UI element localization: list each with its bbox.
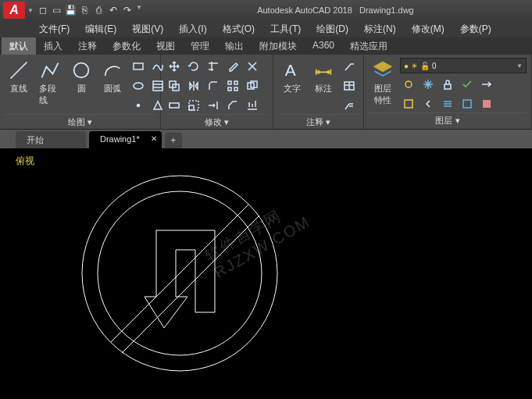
move-icon[interactable] [166, 58, 183, 75]
ribbon-tab-default[interactable]: 默认 [2, 37, 36, 55]
titlebar: A ▼ ◻ ▭ 💾 ⎘ ⎙ ↶ ↷ ▼ Autodesk AutoCAD 201… [0, 0, 532, 20]
rectangle-icon[interactable] [130, 58, 147, 75]
circle-button[interactable]: 圆 [67, 58, 95, 114]
menu-draw[interactable]: 绘图(D) [310, 20, 355, 37]
ribbon-tab-insert[interactable]: 插入 [36, 37, 70, 55]
layer-color-icon[interactable] [478, 95, 495, 112]
trim-icon[interactable] [205, 58, 222, 75]
new-tab-button[interactable]: + [165, 133, 182, 148]
menu-tools[interactable]: 工具(T) [264, 20, 307, 37]
layer-lock-icon[interactable] [439, 76, 456, 93]
align-icon[interactable] [244, 97, 261, 114]
layer-off-icon[interactable] [400, 76, 417, 93]
scale-icon[interactable] [185, 97, 202, 114]
drawing-content [70, 164, 289, 383]
ribbon-tab-manage[interactable]: 管理 [183, 37, 217, 55]
table-icon[interactable] [341, 77, 358, 94]
extend-icon[interactable] [205, 97, 222, 114]
open-icon[interactable]: ▭ [51, 4, 63, 16]
arc-button[interactable]: 圆弧 [98, 58, 127, 114]
menu-param[interactable]: 参数(P) [454, 20, 498, 37]
panel-annotate-title[interactable]: 注释 ▾ [278, 114, 359, 130]
chamfer-icon[interactable] [224, 97, 241, 114]
layer-iso-icon[interactable] [400, 95, 417, 112]
explode-icon[interactable] [244, 58, 261, 75]
panel-draw-title[interactable]: 绘图 ▾ [5, 114, 155, 130]
new-icon[interactable]: ◻ [37, 4, 49, 16]
modify-tools [166, 58, 261, 114]
text-icon: A [281, 59, 303, 81]
stretch-icon[interactable] [166, 97, 183, 114]
saveas-icon[interactable]: ⎘ [79, 4, 91, 16]
svg-rect-26 [405, 100, 412, 108]
offset-icon[interactable] [244, 77, 261, 94]
polyline-button[interactable]: 多段线 [36, 58, 64, 114]
line-button[interactable]: 直线 [5, 58, 33, 114]
close-icon[interactable]: ✕ [151, 134, 157, 143]
fillet-icon[interactable] [205, 77, 222, 94]
redo-icon[interactable]: ↷ [121, 4, 134, 16]
ribbon-tab-parametric[interactable]: 参数化 [105, 37, 148, 55]
rotate-icon[interactable] [185, 58, 202, 75]
layer-make-current-icon[interactable] [459, 76, 476, 93]
text-button[interactable]: A 文字 [278, 58, 306, 114]
sun-icon: ☀ [411, 62, 418, 70]
circle-icon [70, 59, 92, 81]
panel-modify-title[interactable]: 修改 ▾ [166, 114, 268, 130]
layer-prev-icon[interactable] [420, 95, 437, 112]
svg-rect-12 [234, 81, 237, 84]
menu-insert[interactable]: 插入(I) [173, 20, 212, 37]
app-logo[interactable]: A [3, 2, 25, 19]
line-icon [8, 59, 30, 81]
ribbon-tab-addins[interactable]: 附加模块 [252, 37, 305, 55]
ribbon-tab-featured[interactable]: 精选应用 [342, 37, 395, 55]
panel-annotate: A 文字 标注 注释 ▾ [273, 55, 364, 129]
dimension-icon [312, 59, 334, 81]
menu-modify[interactable]: 修改(M) [405, 20, 451, 37]
menu-file[interactable]: 文件(F) [33, 20, 76, 37]
ellipse-icon[interactable] [130, 77, 147, 94]
array-icon[interactable] [224, 77, 241, 94]
panel-layer: 图层 特性 ● ☀ 🔓 0 ▼ [364, 55, 532, 129]
svg-rect-14 [234, 87, 237, 91]
leader-icon[interactable] [341, 58, 358, 75]
menu-edit[interactable]: 编辑(E) [79, 20, 123, 37]
svg-point-7 [137, 105, 140, 107]
layer-freeze-icon[interactable] [420, 76, 437, 93]
layer-match-icon[interactable] [478, 76, 495, 93]
point-icon[interactable] [130, 97, 147, 114]
menu-dim[interactable]: 标注(N) [358, 20, 402, 37]
panel-layer-title[interactable]: 图层 ▾ [369, 112, 527, 128]
menu-bar: 文件(F) 编辑(E) 视图(V) 插入(I) 格式(O) 工具(T) 绘图(D… [0, 20, 532, 37]
mirror-icon[interactable] [185, 77, 202, 94]
undo-icon[interactable]: ↶ [107, 4, 120, 16]
menu-format[interactable]: 格式(O) [216, 20, 261, 37]
svg-rect-11 [228, 81, 231, 84]
polyline-icon [39, 59, 61, 81]
ribbon-tab-annotate[interactable]: 注释 [70, 37, 105, 55]
menu-view[interactable]: 视图(V) [126, 20, 170, 37]
save-icon[interactable]: 💾 [65, 4, 77, 16]
ribbon: 直线 多段线 圆 圆弧 绘图 ▾ [0, 55, 532, 130]
mleader-icon[interactable] [341, 97, 358, 114]
view-label: 俯视 [16, 155, 34, 168]
ribbon-tab-view[interactable]: 视图 [148, 37, 183, 55]
annotate-small [341, 58, 358, 114]
drawing-canvas[interactable]: 俯视 软件自学网 RJZXW.COM [0, 148, 532, 399]
layer-dropdown[interactable]: ● ☀ 🔓 0 ▼ [400, 58, 527, 73]
layer-tools [400, 76, 527, 112]
plot-icon[interactable]: ⎙ [93, 4, 105, 16]
ribbon-tab-a360[interactable]: A360 [305, 37, 342, 55]
layer-properties-button[interactable]: 图层 特性 [369, 58, 397, 112]
layer-walk-icon[interactable] [439, 95, 456, 112]
dimension-button[interactable]: 标注 [309, 58, 337, 114]
app-menu-dropdown-icon[interactable]: ▼ [27, 7, 34, 14]
tab-drawing1[interactable]: Drawing1* ✕ [89, 131, 162, 148]
qat-dropdown-icon[interactable]: ▼ [136, 4, 142, 16]
ribbon-tab-output[interactable]: 输出 [217, 37, 252, 55]
tab-start[interactable]: 开始 [16, 131, 86, 148]
ribbon-tab-strip: 默认 插入 注释 参数化 视图 管理 输出 附加模块 A360 精选应用 [0, 37, 532, 55]
layer-state-icon[interactable] [459, 95, 476, 112]
copy-icon[interactable] [166, 77, 183, 94]
erase-icon[interactable] [224, 58, 241, 75]
